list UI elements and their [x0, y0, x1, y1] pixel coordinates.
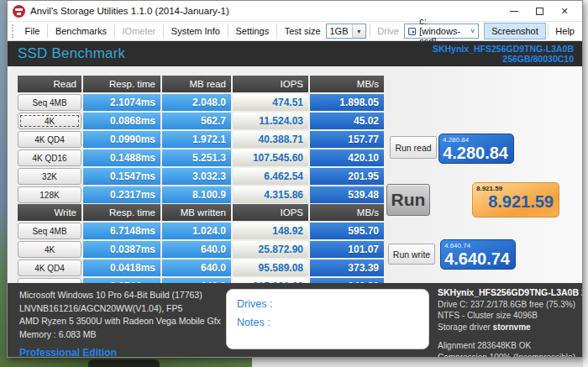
read-128k-button[interactable]: 128K: [18, 186, 81, 203]
read-header-cell: Read: [18, 76, 81, 92]
table-row: 128K 0.2317ms 8.100.9 4.315.86 539.48: [18, 186, 384, 203]
system-info: Microsoft Windows 10 Pro 64-Bit Build (1…: [19, 289, 221, 357]
menu-settings[interactable]: Settings: [228, 23, 276, 39]
menu-file[interactable]: File: [18, 23, 48, 39]
driver-prefix: Storage driver: [438, 322, 493, 332]
mb-written-value: 640.0: [162, 260, 231, 276]
read-table-header: Read Resp. time MB read IOPS MB/s: [18, 76, 384, 92]
resp-time-value: 6.7148ms: [83, 223, 160, 239]
read-score-value: 4.280.84: [443, 144, 508, 162]
drive-select[interactable]: c: [windows-ssd] ˅: [404, 24, 479, 39]
maximize-icon: [536, 8, 543, 15]
menu-benchmarks[interactable]: Benchmarks: [48, 23, 114, 39]
read-4kqd16-button[interactable]: 4K QD16: [18, 149, 81, 166]
edition-label: Professional Edition: [19, 347, 221, 357]
menu-iometer: IOmeter: [115, 23, 164, 39]
resp-time-value: 0.1547ms: [83, 168, 160, 185]
read-score-small: 4.280.84: [443, 136, 508, 144]
maximize-button[interactable]: [527, 2, 552, 20]
mb-written-value: 640.0: [162, 241, 231, 258]
resp-time-value: 0.0418ms: [83, 260, 160, 276]
menu-toolbar: File Benchmarks IOmeter System Info Sett…: [8, 21, 582, 41]
title-bar[interactable]: Anvil's Storage Utilities 1.1.0 (2014-Ja…: [8, 1, 582, 21]
resp-time-value: 0.0387ms: [83, 241, 160, 258]
read-32k-button[interactable]: 32K: [18, 168, 81, 185]
desktop-right-strip: [583, 0, 588, 367]
mbs-value: 201.95: [310, 168, 384, 185]
read-4kqd4-button[interactable]: 4K QD4: [18, 131, 81, 148]
iops-value: 474.51: [233, 94, 308, 111]
close-icon: ✕: [560, 6, 568, 17]
minimize-button[interactable]: [501, 2, 527, 20]
device-model-line1: SKHynix_HFS256GD9TNG-L3A0B: [433, 44, 574, 54]
close-button[interactable]: ✕: [552, 2, 577, 20]
mbs-value: 420.10: [310, 149, 384, 166]
read-seq4mb-button[interactable]: Seq 4MB: [18, 94, 81, 111]
total-score-value: 8.921.59: [476, 192, 554, 211]
test-size-label: Test size: [277, 23, 323, 39]
write-table-header: Write Resp. time MB written IOPS MB/s: [18, 204, 384, 221]
total-score-badge: 8.921.59 8.921.59: [472, 182, 559, 218]
mbs-value: 539.48: [310, 186, 384, 203]
cpu-info: AMD Ryzen 5 3500U with Radeon Vega Mobil…: [19, 315, 221, 328]
memory-info: Memory : 6.083 MB: [19, 328, 221, 342]
drive-alignment: Alignment 283648KB OK: [438, 340, 582, 352]
chevron-down-icon: ˅: [467, 27, 478, 35]
resp-time-value: 0.1488ms: [83, 149, 160, 166]
wallpaper-floor: [252, 357, 588, 367]
run-write-button[interactable]: Run write: [388, 244, 435, 265]
mb-written-value: 1.024.0: [162, 223, 231, 239]
minimize-icon: [510, 11, 518, 12]
mb-read-value: 562.7: [162, 113, 231, 129]
screenshot-button[interactable]: Screenshot: [484, 23, 546, 39]
menu-help[interactable]: Help: [548, 23, 582, 39]
run-read-button[interactable]: Run read: [390, 136, 437, 159]
write-score-badge: 4.640.74 4.640.74: [440, 239, 516, 270]
read-table: Read Resp. time MB read IOPS MB/s Seq 4M…: [18, 76, 384, 205]
test-size-select[interactable]: 1GB ▾: [326, 24, 366, 39]
notes-label: Notes :: [237, 313, 418, 332]
benchmark-header: SSD Benchmark SKHynix_HFS256GD9TNG-L3A0B…: [8, 41, 582, 66]
iops-value: 11.524.03: [233, 113, 308, 129]
spacer: [438, 333, 582, 340]
menu-system-info[interactable]: System Info: [164, 23, 228, 39]
anvil-app-window: Anvil's Storage Utilities 1.1.0 (2014-Ja…: [7, 0, 583, 358]
table-row: 4K 0.0387ms 640.0 25.872.90 101.07: [18, 241, 384, 258]
resp-time-value: 0.0868ms: [83, 113, 160, 129]
window-controls: ✕: [501, 2, 577, 20]
write-header-cell: Write: [18, 204, 81, 221]
drive-label: Drive: [370, 23, 401, 39]
mb-read-value: 3.032.3: [162, 168, 231, 185]
run-button[interactable]: Run: [386, 184, 430, 216]
test-size-value: 1GB: [327, 26, 352, 36]
iops-header-cell: IOPS: [233, 76, 308, 92]
mb-written-header-cell: MB written: [162, 204, 231, 221]
table-row: 4K QD16 0.1488ms 5.251.3 107.545.60 420.…: [18, 149, 384, 166]
board-info: LNVNB161216/AGCN20WW(V1.04), FP5: [19, 302, 221, 316]
iops-value: 4.315.86: [233, 186, 308, 203]
write-4kqd4-button[interactable]: 4K QD4: [18, 260, 81, 276]
toolbar-grip-handle[interactable]: [12, 24, 15, 38]
iops-value: 107.545.60: [233, 149, 308, 166]
table-row: 4K QD4 0.0418ms 640.0 95.589.08 373.39: [18, 260, 384, 276]
table-row: Seq 4MB 6.7148ms 1.024.0 148.92 595.70: [18, 223, 384, 239]
drive-filesystem: NTFS - Cluster size 4096B: [438, 310, 582, 322]
mb-read-value: 8.100.9: [162, 186, 231, 203]
mbs-value: 157.77: [310, 131, 384, 148]
drives-notes-box[interactable]: Drives : Notes :: [226, 289, 429, 349]
iops-header-cell: IOPS: [233, 204, 308, 221]
test-size-dropdown-button[interactable]: ▾: [352, 24, 365, 38]
device-model-label: SKHynix_HFS256GD9TNG-L3A0B 256GB/80030C1…: [433, 44, 574, 64]
app-logo-icon: [13, 5, 25, 18]
drive-capacity: Drive C: 237.2/178.6GB free (75.3%): [438, 299, 582, 311]
mb-read-value: 1.972.1: [162, 131, 231, 148]
iops-value: 95.589.08: [233, 260, 308, 276]
table-row: 32K 0.1547ms 3.032.3 6.462.54 201.95: [18, 168, 384, 185]
driver-name: stornvme: [493, 322, 531, 332]
write-score-small: 4.640.74: [444, 242, 510, 249]
write-score-value: 4.640.74: [444, 249, 510, 268]
write-seq4mb-button[interactable]: Seq 4MB: [18, 223, 81, 239]
read-4k-button[interactable]: 4K: [18, 113, 81, 129]
write-4k-button[interactable]: 4K: [18, 241, 81, 258]
iops-value: 40.388.71: [233, 131, 308, 148]
